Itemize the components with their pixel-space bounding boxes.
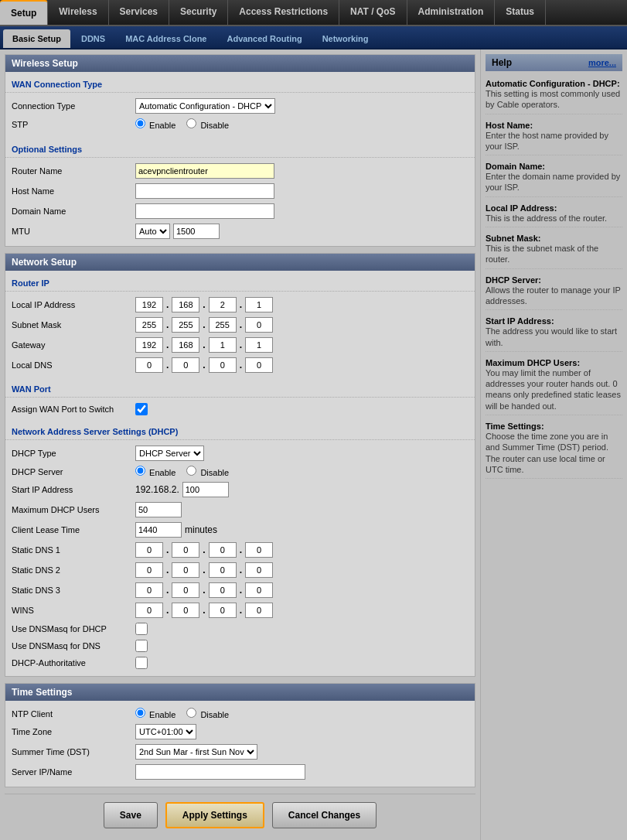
stp-disable-radio[interactable] (186, 118, 196, 128)
sdns1-1[interactable] (135, 542, 163, 558)
timezone-select[interactable]: UTC+01:00 (135, 724, 196, 739)
start-ip-input[interactable] (182, 482, 229, 497)
sdns2-2[interactable] (172, 562, 199, 578)
start-ip-label: Start IP Address (12, 485, 135, 494)
help-item-8-title: Time Settings: (486, 422, 622, 431)
sdns1-4[interactable] (245, 542, 273, 558)
assign-wan-value (135, 403, 148, 415)
apply-button[interactable]: Apply Settings (165, 802, 264, 828)
tab-security[interactable]: Security (169, 0, 228, 25)
dhcp-disable-label[interactable]: Disable (186, 466, 229, 477)
summer-time-select[interactable]: 2nd Sun Mar - first Sun Nov (135, 744, 257, 760)
tab-nat-qos[interactable]: NAT / QoS (339, 0, 407, 25)
dhcp-type-select[interactable]: DHCP Server (135, 446, 204, 461)
cancel-button[interactable]: Cancel Changes (272, 802, 377, 828)
sdns1-3[interactable] (209, 542, 237, 558)
stp-disable-label[interactable]: Disable (186, 118, 229, 130)
gateway-2[interactable] (172, 337, 199, 353)
mtu-value: Auto (135, 224, 220, 239)
host-name-input[interactable] (135, 183, 274, 199)
local-ip-label: Local IP Address (12, 300, 135, 309)
wins-3[interactable] (209, 603, 237, 618)
ntp-disable-radio[interactable] (186, 708, 196, 718)
stp-enable-radio[interactable] (135, 118, 145, 128)
help-item-7-text: You may limit the number of addresses yo… (486, 367, 622, 411)
stp-label: STP (12, 120, 135, 129)
subtab-basic-setup[interactable]: Basic Setup (3, 29, 70, 48)
wins-4[interactable] (245, 603, 273, 618)
dnsmasq-dns-checkbox[interactable] (135, 640, 148, 652)
dot9: . (240, 340, 242, 350)
stp-enable-label[interactable]: Enable (135, 118, 175, 130)
dhcp-enable-label[interactable]: Enable (135, 466, 175, 477)
timezone-row: Time Zone UTC+01:00 (5, 722, 475, 742)
assign-wan-checkbox[interactable] (135, 403, 148, 415)
local-dns-2[interactable] (172, 357, 199, 373)
subnet-4[interactable] (245, 317, 273, 333)
sdns2-3[interactable] (209, 562, 237, 578)
subtab-networking[interactable]: Networking (313, 29, 378, 48)
sdns3-2[interactable] (172, 582, 199, 598)
connection-type-select[interactable]: Automatic Configuration - DHCP (135, 98, 275, 114)
subnet-3[interactable] (209, 317, 237, 333)
help-more-link[interactable]: more... (588, 58, 616, 67)
local-dns-3[interactable] (209, 357, 237, 373)
tab-administration[interactable]: Administration (407, 0, 496, 25)
router-name-input[interactable] (135, 163, 274, 179)
sdns1-2[interactable] (172, 542, 199, 558)
wins-1[interactable] (135, 603, 163, 618)
subtab-ddns[interactable]: DDNS (72, 29, 114, 48)
ntp-enable-radio[interactable] (135, 708, 145, 718)
subnet-1[interactable] (135, 317, 163, 333)
gateway-4[interactable] (245, 337, 273, 353)
subnet-2[interactable] (172, 317, 199, 333)
sdns3-4[interactable] (245, 582, 273, 598)
local-ip-value: . . . (135, 297, 273, 312)
tab-services[interactable]: Services (109, 0, 169, 25)
sdns3-3[interactable] (209, 582, 237, 598)
gateway-3[interactable] (209, 337, 237, 353)
save-button[interactable]: Save (104, 802, 158, 828)
help-item-2-text: Enter the domain name provided by your I… (486, 171, 622, 193)
domain-name-input[interactable] (135, 203, 274, 219)
dnsmasq-dhcp-value (135, 623, 148, 635)
client-lease-input[interactable] (135, 522, 182, 538)
server-ip-input[interactable] (135, 764, 305, 780)
dhcp-server-value: Enable Disable (135, 466, 237, 477)
max-users-input[interactable] (135, 502, 182, 517)
dhcp-server-row: DHCP Server Enable Disable (5, 463, 475, 480)
mtu-select[interactable]: Auto (135, 224, 170, 239)
domain-name-label: Domain Name (12, 207, 135, 216)
ntp-disable-label[interactable]: Disable (186, 708, 229, 719)
sdns2-1[interactable] (135, 562, 163, 578)
local-dns-1[interactable] (135, 357, 163, 373)
wins-2[interactable] (172, 603, 199, 618)
ntp-enable-label[interactable]: Enable (135, 708, 175, 719)
local-ip-4[interactable] (245, 297, 273, 312)
subtab-mac-address-clone[interactable]: MAC Address Clone (116, 29, 216, 48)
tab-wireless[interactable]: Wireless (48, 0, 108, 25)
sdns2-4[interactable] (245, 562, 273, 578)
local-ip-3[interactable] (209, 297, 237, 312)
tab-setup[interactable]: Setup (0, 0, 48, 25)
dot2: . (203, 299, 205, 310)
local-dns-4[interactable] (245, 357, 273, 373)
help-title: Help (492, 57, 512, 68)
local-ip-1[interactable] (135, 297, 163, 312)
mtu-input[interactable] (173, 224, 220, 239)
dhcp-auth-checkbox[interactable] (135, 657, 148, 669)
dnsmasq-dhcp-checkbox[interactable] (135, 623, 148, 635)
gateway-row: Gateway . . . (5, 335, 475, 355)
tab-access-restrictions[interactable]: Access Restrictions (228, 0, 339, 25)
dhcp-enable-radio[interactable] (135, 466, 145, 476)
gateway-value: . . . (135, 337, 273, 353)
subtab-advanced-routing[interactable]: Advanced Routing (217, 29, 311, 48)
sdns3-1[interactable] (135, 582, 163, 598)
dot6: . (240, 319, 242, 330)
tab-status[interactable]: Status (495, 0, 546, 25)
help-item-8-text: Choose the time zone you are in and Summ… (486, 431, 622, 475)
dhcp-disable-radio[interactable] (186, 466, 196, 476)
gateway-1[interactable] (135, 337, 163, 353)
local-ip-2[interactable] (172, 297, 199, 312)
wins-value: . . . (135, 603, 273, 618)
